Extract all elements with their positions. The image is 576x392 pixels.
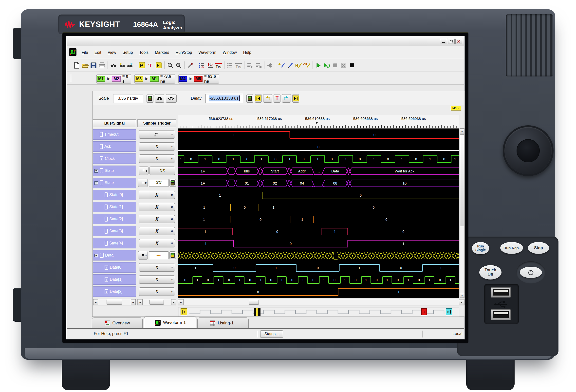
trigger-operator-select[interactable]: =» [138,251,148,259]
signal-label-data-0-[interactable]: ↕Data[0] [93,262,136,273]
trigger-edge-select[interactable]: » [139,130,175,139]
bus-signal-header[interactable]: Bus/Signal [93,119,136,127]
signal-label-state-4-[interactable]: State[4] [93,238,136,249]
stop-properties-disabled-icon[interactable] [254,61,263,70]
marker-pair-button-m4-m5[interactable]: M4toM5= 63.6 ns [178,74,219,84]
trigger-setup-disabled-icon[interactable]: Trg [234,61,243,70]
close-button[interactable] [455,39,462,44]
signal-label-state-0-[interactable]: State[0] [93,190,136,200]
scroll-up-button[interactable]: ▲ [460,129,464,134]
overview-goto-end-button[interactable]: ► [446,308,452,315]
previous-edge-button[interactable] [263,94,272,103]
trigger-value-select[interactable]: X» [139,203,175,211]
expand-box[interactable]: + [94,169,98,173]
collapse-box[interactable]: − [94,181,98,185]
tab-listing-1[interactable]: Listing-1 [197,317,249,328]
zoom-out-icon[interactable] [166,61,174,70]
menu-item-window[interactable]: Window [220,49,240,56]
menu-item-help[interactable]: Help [240,49,255,56]
find-icon[interactable] [109,61,118,70]
trigger-value-select[interactable]: X» [139,227,175,235]
h-scroll-thumb[interactable] [249,300,259,305]
open-file-icon[interactable] [81,61,89,70]
menu-item-view[interactable]: View [104,49,119,56]
run-repetitive-icon[interactable] [323,61,331,70]
trigger-value-select[interactable]: X» [139,154,175,163]
trigger-value-select[interactable]: X» [139,275,175,284]
trigger-value-input[interactable]: XX [149,179,169,187]
tab-waveform-1[interactable]: Waveform-1 [144,316,196,328]
trigger-value-button[interactable]: XX [149,167,175,175]
scroll-right-button[interactable]: ► [131,299,136,305]
signal-label-state-2-[interactable]: State[2] [93,214,136,224]
run-repetitive-button[interactable]: Run Rep. [500,242,523,254]
fill-black-icon[interactable] [348,61,356,70]
trigger-value-select[interactable]: X» [139,263,175,272]
delay-calculator-button[interactable] [246,94,253,103]
goto-begin-button[interactable] [255,94,262,103]
probe-tool-icon[interactable] [186,61,194,70]
markerbar-grip[interactable] [70,75,71,82]
signal-label-timeout[interactable]: Timeout [93,129,136,140]
menu-item-file[interactable]: File [79,49,91,56]
pod-assignment-icon[interactable] [206,61,214,70]
overview-trigger-marker[interactable]: T [421,308,427,315]
sound-icon[interactable] [266,61,274,70]
goto-trigger-icon[interactable]: T [146,61,154,70]
run-icon[interactable] [314,61,323,70]
minimize-button[interactable] [440,39,447,44]
next-edge-button[interactable] [282,94,291,103]
zoom-in-icon[interactable] [174,61,183,70]
trigger-setup-icon[interactable]: Trg [214,61,223,70]
menu-item-setup[interactable]: Setup [119,49,136,56]
view-position-marker[interactable] [254,308,256,316]
marker-pair-button-m1-m2[interactable]: M1toM2= 0 s [96,74,131,84]
power-button[interactable] [520,267,542,278]
tab-overview[interactable]: Overview [92,317,143,328]
marker-edit-yellow-icon[interactable] [294,61,303,70]
trigger-calculator-button[interactable] [170,252,176,259]
collapse-box[interactable]: − [94,254,98,257]
menu-item-tools[interactable]: Tools [136,49,152,56]
scale-input[interactable]: 3.35 ns/div [113,94,143,103]
trigger-calculator-button[interactable] [170,179,176,187]
scale-calculator-button[interactable] [146,94,153,103]
marker-overflow-icon[interactable]: OF [303,61,311,70]
zoom-in-edge-button[interactable] [155,94,164,103]
menu-item-markers[interactable]: Markers [152,49,173,56]
print-icon[interactable] [98,61,106,70]
m3-marker-tag[interactable]: M3→ [451,106,461,111]
stop-button[interactable]: Stop [528,242,549,254]
restore-button[interactable] [448,39,455,44]
new-file-icon[interactable] [73,61,81,70]
scroll-left-button[interactable]: ◄ [93,299,98,305]
goto-end-button[interactable] [292,94,299,103]
find-next-icon[interactable] [126,61,134,70]
trigger-value-input[interactable]: --- [149,252,169,259]
trigger-value-select[interactable]: X» [139,215,175,223]
find-previous-icon[interactable] [118,61,126,70]
save-file-icon[interactable] [89,61,98,70]
goto-trigger-button[interactable]: T [274,94,281,103]
delay-input[interactable]: -536.610338 us [205,94,243,103]
waveform-h-scrollbar[interactable]: ◄ ► [178,299,464,306]
h-scroll-thumb[interactable] [149,300,164,305]
waveform-canvas[interactable]: 1001010101010101010101011FIdleStartAddr…… [178,128,459,298]
menu-item-waveform[interactable]: Waveform [195,49,219,56]
signal-label-state[interactable]: −State [93,178,136,188]
acquisition-overview-bar[interactable]: ◄T► [178,307,459,317]
marker-new-icon[interactable] [278,61,286,70]
touch-off-button[interactable]: TouchOff [479,265,501,280]
menu-item-edit[interactable]: Edit [91,49,105,56]
status-button[interactable]: Status... [260,330,283,338]
usb-port-2[interactable] [491,309,511,320]
zoom-out-edge-button[interactable] [166,94,177,103]
marker-edit-blue-icon[interactable] [286,61,294,70]
toolbar-grip[interactable] [70,62,71,69]
vertical-scroll-thumb[interactable] [460,135,464,226]
goto-end-icon[interactable] [154,61,163,70]
run-single-button[interactable]: RunSingle [472,242,489,254]
h-scroll-thumb[interactable] [107,300,122,305]
trigger-value-select[interactable]: X» [139,191,175,199]
marker-pair-button-m3-m1[interactable]: M3toM1= -3.6 ns [134,74,175,84]
